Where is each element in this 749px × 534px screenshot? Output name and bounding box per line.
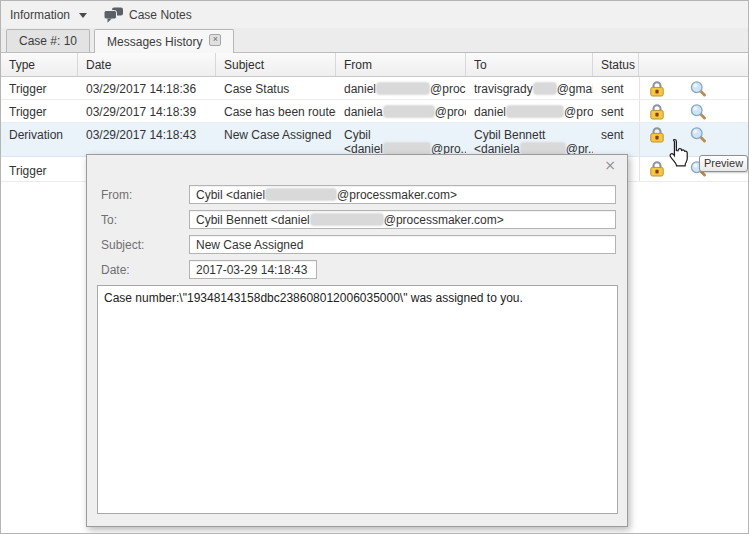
cell-actions [639, 100, 748, 122]
to-text: travisgrady [474, 82, 533, 96]
column-header-type[interactable]: Type [1, 53, 78, 76]
column-header-subject[interactable]: Subject [216, 53, 336, 76]
cell-status: sent [593, 77, 639, 99]
to-label: To: [101, 213, 117, 227]
cell-actions [639, 123, 748, 156]
from-text: daniel [344, 82, 376, 96]
table-row[interactable]: Trigger 03/29/2017 14:18:39 Case has bee… [1, 100, 748, 123]
to-value: @processmaker.com> [384, 213, 504, 227]
column-header-status[interactable]: Status [593, 53, 639, 76]
tab-messages-history[interactable]: Messages History × [94, 29, 234, 53]
cell-actions [639, 77, 748, 99]
cell-type: Trigger [1, 157, 78, 181]
from-label: From: [101, 188, 132, 202]
cell-to: daniel@pro... [466, 100, 593, 122]
preview-icon[interactable] [689, 103, 707, 120]
from-input[interactable]: Cybil <daniel@processmaker.com> [189, 185, 616, 204]
toolbar: Information Case Notes [1, 1, 748, 28]
cell-date: 03/29/2017 14:18:43 [78, 123, 216, 156]
case-notes-button[interactable]: Case Notes [103, 7, 192, 23]
redaction-blur [266, 189, 336, 200]
lock-icon[interactable] [648, 126, 666, 143]
modal-close-icon[interactable]: × [604, 158, 616, 172]
to-input[interactable]: Cybil Bennett <daniel@processmaker.com> [189, 210, 616, 229]
from-text: @proc... [435, 105, 466, 119]
message-preview-modal: × From: Cybil <daniel@processmaker.com> … [86, 154, 628, 527]
cell-type: Trigger [1, 77, 78, 99]
from-text: @proc... [430, 82, 466, 96]
preview-tooltip: Preview [699, 155, 748, 172]
column-header-to[interactable]: To [466, 53, 593, 76]
cell-date: 03/29/2017 14:18:36 [78, 77, 216, 99]
cell-from: daniel@proc... [336, 77, 466, 99]
cell-subject: Case has been routed [216, 100, 336, 122]
dropdown-caret-icon [79, 13, 87, 18]
information-menu-label: Information [10, 8, 70, 22]
tab-case-number[interactable]: Case #: 10 [6, 29, 90, 52]
case-window: Information Case Notes Case #: 10 Messag… [0, 0, 749, 534]
lock-icon[interactable] [648, 160, 666, 177]
tab-bar: Case #: 10 Messages History × [1, 28, 748, 53]
preview-icon[interactable] [689, 126, 707, 143]
redaction-blur [507, 106, 563, 117]
from-text: daniela [344, 105, 383, 119]
lock-icon[interactable] [648, 80, 666, 97]
message-body-box[interactable]: Case number:\"19348143158dbc238608012006… [97, 285, 618, 514]
cell-type: Derivation [1, 123, 78, 156]
date-label: Date: [101, 263, 130, 277]
redaction-blur [521, 143, 565, 154]
tab-close-icon[interactable]: × [209, 34, 221, 46]
case-notes-label: Case Notes [129, 8, 192, 22]
to-text: Cybil Bennett [474, 128, 589, 142]
subject-label: Subject: [101, 238, 144, 252]
cell-from: Cybil <daniel@pro... [336, 123, 466, 156]
chat-bubbles-icon [103, 7, 124, 23]
to-text: @pro... [564, 105, 593, 119]
table-row[interactable]: Trigger 03/29/2017 14:18:36 Case Status … [1, 77, 748, 100]
from-value: @processmaker.com> [337, 188, 457, 202]
redaction-blur [377, 83, 429, 94]
to-value: Cybil Bennett <daniel [196, 213, 310, 227]
lock-icon[interactable] [648, 103, 666, 120]
tab-case-number-label: Case #: 10 [19, 34, 77, 48]
grid-header-row: Type Date Subject From To Status [1, 53, 748, 77]
redaction-blur [534, 83, 556, 94]
column-header-from[interactable]: From [336, 53, 466, 76]
redaction-blur [311, 214, 383, 225]
preview-icon[interactable] [689, 80, 707, 97]
cell-type: Trigger [1, 100, 78, 122]
from-text: Cybil [344, 128, 462, 142]
information-menu[interactable]: Information [10, 8, 87, 22]
cell-status: sent [593, 100, 639, 122]
cell-subject: Case Status [216, 77, 336, 99]
column-header-date[interactable]: Date [78, 53, 216, 76]
table-row-selected[interactable]: Derivation 03/29/2017 14:18:43 New Case … [1, 123, 748, 157]
redaction-blur [384, 143, 430, 154]
cell-status: sent [593, 123, 639, 156]
date-input[interactable]: 2017-03-29 14:18:43 [189, 260, 317, 279]
subject-input[interactable]: New Case Assigned [189, 235, 616, 254]
to-text: @gmail.... [557, 82, 593, 96]
cell-to: Cybil Bennett <daniela@pr... [466, 123, 593, 156]
redaction-blur [384, 106, 434, 117]
cell-to: travisgrady@gmail.... [466, 77, 593, 99]
cell-from: daniela@proc... [336, 100, 466, 122]
from-value: Cybil <daniel [196, 188, 265, 202]
cell-subject: New Case Assigned [216, 123, 336, 156]
to-text: daniel [474, 105, 506, 119]
cell-date: 03/29/2017 14:18:39 [78, 100, 216, 122]
tab-messages-history-label: Messages History [107, 35, 202, 49]
column-header-actions [639, 53, 748, 76]
